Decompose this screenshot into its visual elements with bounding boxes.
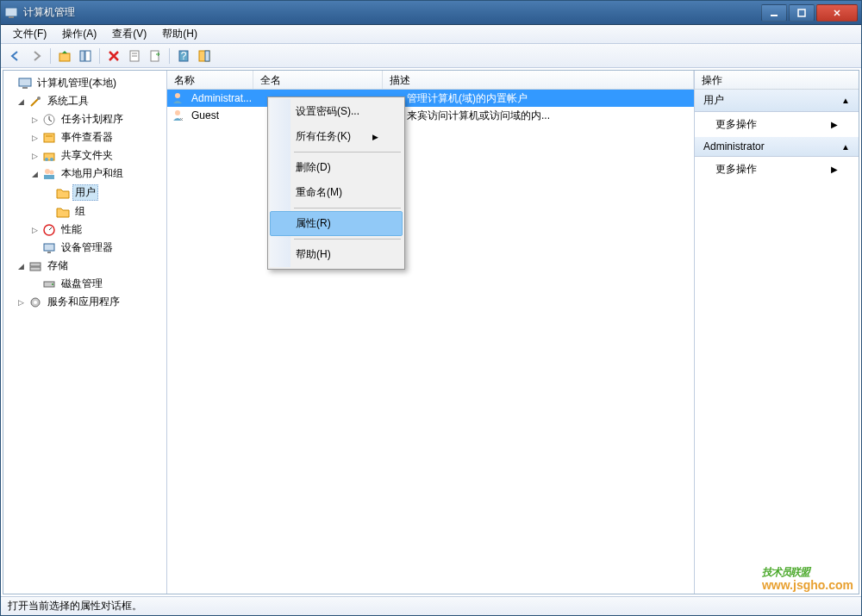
close-button[interactable] bbox=[816, 4, 858, 22]
cm-set-password[interactable]: 设置密码(S)... bbox=[270, 99, 403, 124]
svg-point-35 bbox=[34, 301, 37, 304]
svg-rect-31 bbox=[30, 267, 41, 271]
tree-disk-management[interactable]: 磁盘管理 bbox=[3, 275, 166, 293]
help-button[interactable]: ? bbox=[174, 47, 193, 65]
svg-point-23 bbox=[50, 158, 53, 161]
app-icon bbox=[4, 6, 18, 20]
svg-rect-19 bbox=[44, 134, 54, 142]
context-menu: 设置密码(S)... 所有任务(K)▶ 删除(D) 重命名(M) 属性(R) 帮… bbox=[267, 96, 405, 270]
user-icon bbox=[171, 109, 184, 122]
cm-delete[interactable]: 删除(D) bbox=[270, 155, 403, 180]
tree-shared-folders[interactable]: ▷共享文件夹 bbox=[3, 146, 166, 165]
titlebar: 计算机管理 bbox=[1, 1, 861, 25]
delete-button[interactable] bbox=[104, 47, 123, 65]
cm-separator bbox=[294, 239, 401, 240]
forward-button[interactable] bbox=[27, 47, 46, 65]
actions-header: 操作 bbox=[695, 71, 859, 90]
svg-point-33 bbox=[52, 283, 53, 285]
menubar: 文件(F) 操作(A) 查看(V) 帮助(H) bbox=[1, 25, 861, 44]
tree-task-scheduler[interactable]: ▷任务计划程序 bbox=[3, 110, 166, 128]
services-icon bbox=[28, 296, 42, 309]
back-button[interactable] bbox=[6, 47, 25, 65]
cm-properties[interactable]: 属性(R) bbox=[270, 211, 403, 236]
minimize-button[interactable] bbox=[761, 4, 787, 22]
svg-rect-2 bbox=[771, 15, 778, 16]
list-header: 名称 全名 描述 bbox=[167, 71, 694, 90]
action-section-users[interactable]: 用户▲ bbox=[695, 90, 859, 112]
users-icon bbox=[42, 167, 56, 181]
tree-device-manager[interactable]: 设备管理器 bbox=[3, 239, 166, 257]
svg-rect-16 bbox=[22, 87, 28, 89]
properties-button[interactable] bbox=[125, 47, 144, 65]
list-body[interactable]: Administrat... 管理计算机(域)的内置帐户 Guest 来宾访问计… bbox=[167, 90, 694, 594]
cm-help[interactable]: 帮助(H) bbox=[270, 242, 403, 267]
tree-system-tools[interactable]: ◢系统工具 bbox=[3, 92, 166, 110]
svg-rect-0 bbox=[5, 8, 17, 16]
cm-separator bbox=[294, 152, 401, 152]
svg-point-24 bbox=[45, 169, 50, 174]
performance-icon bbox=[42, 223, 56, 237]
svg-point-17 bbox=[37, 96, 41, 100]
shared-folder-icon bbox=[42, 149, 56, 163]
disk-icon bbox=[42, 277, 56, 291]
main-window: 计算机管理 文件(F) 操作(A) 查看(V) 帮助(H) ? 计算机管理(本地… bbox=[0, 0, 862, 616]
tree-event-viewer[interactable]: ▷事件查看器 bbox=[3, 128, 166, 146]
submenu-icon: ▶ bbox=[831, 120, 838, 129]
cm-all-tasks[interactable]: 所有任务(K)▶ bbox=[270, 124, 403, 149]
cm-rename[interactable]: 重命名(M) bbox=[270, 180, 403, 205]
tree-services-apps[interactable]: ▷服务和应用程序 bbox=[3, 293, 166, 311]
statusbar: 打开当前选择的属性对话框。 bbox=[1, 596, 861, 615]
user-icon bbox=[171, 91, 184, 105]
action-pane-button[interactable] bbox=[195, 47, 214, 65]
svg-point-36 bbox=[175, 93, 180, 98]
menu-file[interactable]: 文件(F) bbox=[6, 25, 53, 43]
tree-groups[interactable]: 组 bbox=[3, 202, 166, 221]
col-desc[interactable]: 描述 bbox=[383, 71, 694, 89]
svg-rect-28 bbox=[44, 244, 54, 251]
storage-icon bbox=[28, 259, 42, 273]
svg-point-22 bbox=[45, 158, 48, 161]
action-more-users[interactable]: 更多操作▶ bbox=[695, 112, 859, 137]
tree-storage[interactable]: ◢存储 bbox=[3, 257, 166, 275]
client-area: 计算机管理(本地) ◢系统工具 ▷任务计划程序 ▷事件查看器 ▷共享文件夹 ◢本… bbox=[3, 70, 859, 594]
tree-root[interactable]: 计算机管理(本地) bbox=[3, 74, 166, 92]
svg-rect-3 bbox=[798, 9, 805, 16]
svg-point-37 bbox=[175, 110, 180, 115]
svg-rect-6 bbox=[85, 51, 91, 61]
action-section-admin[interactable]: Administrator▲ bbox=[695, 137, 859, 157]
col-fullname[interactable]: 全名 bbox=[253, 71, 383, 89]
tree-pane[interactable]: 计算机管理(本地) ◢系统工具 ▷任务计划程序 ▷事件查看器 ▷共享文件夹 ◢本… bbox=[3, 71, 167, 594]
computer-icon bbox=[18, 77, 32, 90]
svg-rect-15 bbox=[19, 78, 31, 86]
tools-icon bbox=[28, 95, 42, 109]
up-button[interactable] bbox=[55, 47, 74, 65]
maximize-button[interactable] bbox=[789, 4, 815, 22]
tree-performance[interactable]: ▷性能 bbox=[3, 221, 166, 239]
list-row-administrator[interactable]: Administrat... 管理计算机(域)的内置帐户 bbox=[167, 90, 694, 107]
svg-rect-30 bbox=[30, 263, 41, 266]
actions-pane: 操作 用户▲ 更多操作▶ Administrator▲ 更多操作▶ bbox=[695, 71, 859, 594]
submenu-icon: ▶ bbox=[831, 165, 838, 174]
col-name[interactable]: 名称 bbox=[167, 71, 253, 89]
menu-action[interactable]: 操作(A) bbox=[55, 25, 103, 43]
menu-view[interactable]: 查看(V) bbox=[105, 25, 153, 43]
tree-local-users-groups[interactable]: ◢本地用户和组 bbox=[3, 165, 166, 183]
list-row-guest[interactable]: Guest 来宾访问计算机或访问域的内... bbox=[167, 107, 694, 124]
folder-icon bbox=[56, 205, 70, 219]
export-button[interactable] bbox=[146, 47, 165, 65]
show-hide-tree-button[interactable] bbox=[76, 47, 95, 65]
collapse-icon: ▲ bbox=[841, 96, 850, 105]
svg-rect-1 bbox=[9, 16, 14, 18]
toolbar: ? bbox=[1, 44, 861, 68]
tree-users[interactable]: 用户 bbox=[3, 183, 166, 202]
menu-help[interactable]: 帮助(H) bbox=[155, 25, 204, 43]
svg-rect-29 bbox=[47, 252, 51, 253]
svg-point-25 bbox=[50, 170, 54, 174]
collapse-icon: ▲ bbox=[841, 142, 850, 152]
window-title: 计算机管理 bbox=[23, 5, 759, 20]
folder-icon bbox=[56, 186, 70, 200]
svg-rect-14 bbox=[205, 51, 209, 61]
action-more-admin[interactable]: 更多操作▶ bbox=[695, 157, 859, 182]
event-icon bbox=[42, 131, 56, 145]
svg-text:?: ? bbox=[181, 50, 187, 62]
